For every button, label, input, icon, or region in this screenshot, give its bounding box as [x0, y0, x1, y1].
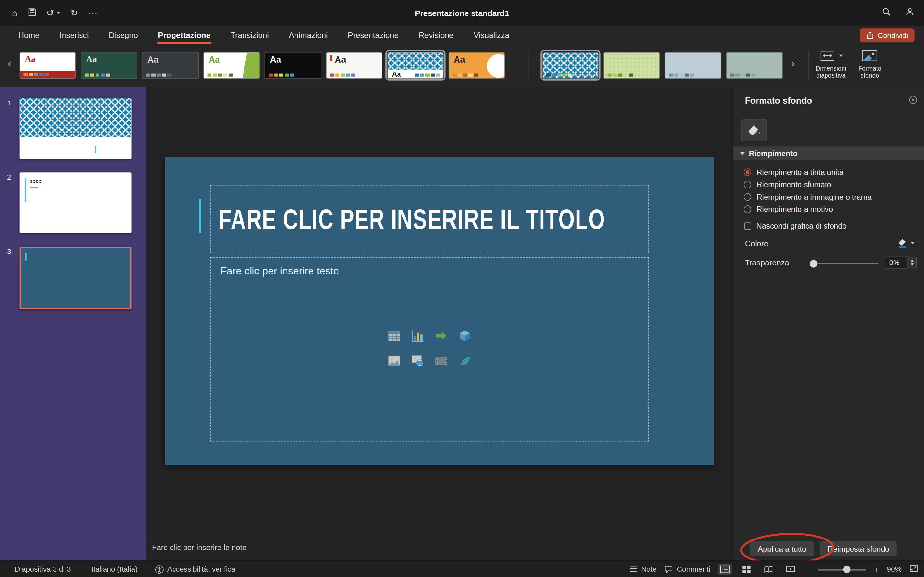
- theme-pattern-preview: [388, 52, 443, 69]
- tab-revisione[interactable]: Revisione: [409, 26, 464, 44]
- fit-to-window-button[interactable]: [909, 564, 918, 574]
- apply-to-all-button[interactable]: Applica a tutto: [750, 541, 814, 556]
- tab-presentazione[interactable]: Presentazione: [338, 26, 409, 44]
- slider-thumb[interactable]: [810, 259, 817, 268]
- language-indicator[interactable]: Italiano (Italia): [91, 561, 137, 577]
- tab-animazioni[interactable]: Animazioni: [279, 26, 338, 44]
- video-icon: [434, 353, 449, 369]
- option-label: Riempimento sfumato: [756, 180, 831, 189]
- option-hide-background[interactable]: Nascondi grafica di sfondo: [744, 219, 919, 232]
- zoom-slider[interactable]: [818, 568, 867, 570]
- theme-thumbnail-8[interactable]: Aa: [449, 52, 505, 79]
- tab-progettazione[interactable]: Progettazione: [148, 26, 220, 44]
- transparency-value-field[interactable]: 0%: [885, 257, 908, 269]
- variant-thumbnail-2[interactable]: [604, 52, 660, 79]
- reset-background-button[interactable]: Reimposta sfondo: [820, 541, 897, 556]
- theme-thumbnail-6[interactable]: Aa: [326, 52, 383, 79]
- theme-thumbnail-5[interactable]: Aa: [265, 52, 321, 79]
- theme-thumbnail-7-selected[interactable]: Aa: [387, 52, 444, 79]
- pane-footer-buttons: Applica a tutto Reimposta sfondo: [750, 541, 897, 556]
- tab-visualizza[interactable]: Visualizza: [464, 26, 519, 44]
- slideshow-view-button[interactable]: [783, 564, 798, 575]
- slide-size-button[interactable]: Dimensioni diapositiva: [813, 49, 849, 79]
- option-pattern-fill[interactable]: Riempimento a motivo: [744, 203, 919, 216]
- gallery-divider: [809, 51, 809, 81]
- option-gradient-fill[interactable]: Riempimento sfumato: [744, 179, 919, 191]
- insert-video-button[interactable]: [434, 353, 449, 371]
- transparency-stepper[interactable]: [908, 257, 917, 269]
- insert-table-button[interactable]: [387, 329, 402, 346]
- chevron-down-icon: [740, 152, 745, 155]
- online-picture-icon: [410, 353, 425, 369]
- slide-number: 3: [7, 247, 11, 255]
- statusbar-right: Note Commenti − + 90%: [630, 561, 918, 577]
- undo-button[interactable]: ↺: [46, 8, 60, 18]
- gallery-scroll-right-button[interactable]: ›: [788, 58, 798, 68]
- insert-3d-model-button[interactable]: [457, 329, 473, 346]
- theme-thumbnail-1[interactable]: Aa: [19, 52, 76, 79]
- color-label: Colore: [745, 239, 768, 248]
- zoom-in-button[interactable]: +: [874, 565, 879, 574]
- slide-counter[interactable]: Diapositiva 3 di 3: [15, 561, 71, 577]
- tab-home[interactable]: Home: [8, 26, 50, 44]
- pane-close-button[interactable]: [909, 95, 918, 105]
- variant-thumbnail-1-selected[interactable]: [542, 52, 599, 79]
- zoom-level[interactable]: 90%: [887, 565, 901, 574]
- zoom-slider-thumb[interactable]: [843, 566, 851, 573]
- comments-toggle-button[interactable]: Commenti: [664, 561, 710, 577]
- reading-view-button[interactable]: [762, 564, 776, 575]
- notes-area[interactable]: Fare clic per inserire le note: [146, 533, 733, 560]
- option-solid-fill[interactable]: Riempimento a tinta unita: [744, 166, 919, 179]
- transparency-slider[interactable]: [811, 263, 879, 264]
- notes-toggle-button[interactable]: Note: [630, 561, 657, 577]
- content-insert-icons: [387, 329, 473, 371]
- color-row: Colore: [745, 237, 917, 250]
- slide-thumbnail-3-selected[interactable]: [19, 247, 132, 309]
- search-button[interactable]: [882, 7, 891, 19]
- account-button[interactable]: [905, 7, 914, 19]
- tab-inserisci[interactable]: Inserisci: [49, 26, 99, 44]
- theme-preview-text: Aa: [392, 71, 401, 77]
- accessibility-checker[interactable]: Accessibilità: verifica: [155, 561, 235, 577]
- insert-picture-button[interactable]: [387, 353, 402, 371]
- normal-view-button[interactable]: [718, 564, 732, 575]
- option-picture-fill[interactable]: Riempimento a immagine o trama: [744, 191, 919, 203]
- insert-stock-image-button[interactable]: [457, 353, 473, 371]
- redo-button[interactable]: ↻: [70, 8, 78, 18]
- picture-icon: [387, 353, 402, 369]
- color-picker-button[interactable]: [895, 237, 917, 250]
- tab-transizioni[interactable]: Transizioni: [221, 26, 279, 44]
- insert-online-picture-button[interactable]: [410, 353, 425, 371]
- slide-number: 2: [7, 173, 11, 181]
- fill-tab[interactable]: [741, 119, 767, 141]
- more-commands-button[interactable]: ⋯: [88, 8, 97, 18]
- gallery-scroll-left-button[interactable]: ‹: [5, 58, 14, 68]
- theme-thumbnail-4[interactable]: Aa: [204, 52, 260, 79]
- insert-chart-button[interactable]: [410, 329, 425, 346]
- insert-smartart-button[interactable]: [434, 329, 449, 346]
- theme-preview-text: Aa: [454, 55, 465, 64]
- share-label: Condividi: [878, 31, 908, 39]
- share-button[interactable]: Condividi: [859, 28, 915, 42]
- slide-canvas[interactable]: FARE CLIC PER INSERIRE IL TITOLO Fare cl…: [165, 157, 714, 465]
- slide-thumbnail-1[interactable]: [19, 98, 132, 159]
- slide-thumbnail-2[interactable]: DDDD: [19, 172, 132, 233]
- title-placeholder[interactable]: FARE CLIC PER INSERIRE IL TITOLO: [210, 185, 649, 253]
- save-button[interactable]: [27, 7, 37, 19]
- tab-disegno[interactable]: Disegno: [99, 26, 148, 44]
- share-icon: [866, 31, 874, 39]
- content-placeholder[interactable]: Fare clic per inserire testo: [210, 258, 649, 442]
- pane-title: Formato sfondo: [745, 95, 813, 105]
- variant-thumbnail-4[interactable]: [726, 52, 782, 79]
- zoom-out-button[interactable]: −: [805, 565, 811, 574]
- theme-thumbnail-3[interactable]: Aa: [142, 52, 199, 79]
- fill-section-header[interactable]: Riempimento: [733, 147, 924, 160]
- theme-thumbnail-2[interactable]: Aa: [81, 52, 137, 79]
- person-icon: [905, 7, 914, 16]
- variant-thumbnail-3[interactable]: [665, 52, 721, 79]
- slide-size-icon: [819, 49, 837, 62]
- theme-preview-text: Aa: [147, 55, 158, 64]
- home-button[interactable]: ⌂: [12, 8, 18, 18]
- format-background-button[interactable]: Formato sfondo: [852, 49, 887, 79]
- slide-sorter-view-button[interactable]: [740, 564, 754, 575]
